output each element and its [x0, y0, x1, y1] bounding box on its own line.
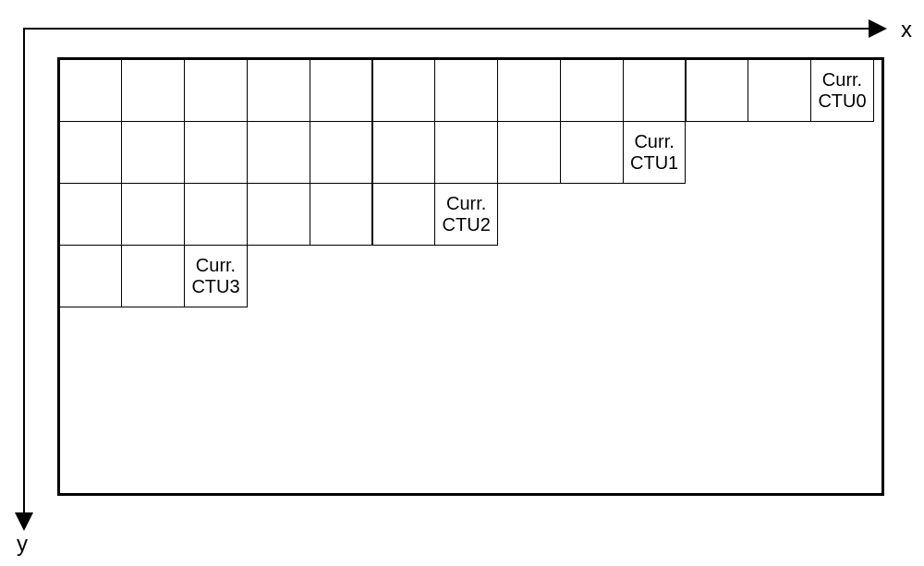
ctu-cell	[434, 121, 498, 184]
ctu-cell	[372, 121, 436, 184]
ctu-label-text: Curr.	[196, 255, 236, 276]
x-axis-label: x	[901, 17, 912, 42]
ctu-cell	[310, 183, 373, 246]
y-axis-line	[23, 28, 25, 517]
ctu-cell	[310, 59, 373, 122]
ctu-label-text: Curr.	[822, 69, 862, 90]
ctu-cell	[59, 59, 123, 122]
y-axis-arrowhead	[15, 512, 33, 531]
ctu-cell	[497, 121, 561, 184]
ctu-cell	[121, 245, 185, 307]
ctu-cell	[121, 121, 185, 184]
ctu-cell	[560, 59, 624, 122]
x-axis-arrowhead	[869, 19, 887, 38]
x-axis-line	[23, 28, 873, 30]
ctu-cell	[247, 121, 310, 184]
ctu-label-text: CTU3	[191, 276, 239, 297]
ctu-cell	[247, 183, 310, 246]
ctu-cell	[310, 121, 373, 184]
ctu-cell	[59, 121, 123, 184]
ctu-cell	[184, 183, 248, 246]
ctu-cell	[623, 59, 687, 122]
ctu-cell	[184, 121, 248, 184]
ctu-cell	[560, 121, 624, 184]
ctu-label-text: CTU2	[443, 214, 491, 235]
ctu-grid: Curr.CTU0Curr.CTU1Curr.CTU2Curr.CTU3	[60, 60, 881, 493]
ctu-cell	[748, 59, 811, 122]
current-ctu-cell: Curr.CTU2	[434, 183, 498, 246]
ctu-cell	[184, 59, 248, 122]
ctu-cell	[121, 183, 185, 246]
ctu-cell	[247, 59, 310, 122]
ctu-cell	[434, 59, 498, 122]
ctu-cell	[59, 183, 123, 246]
current-ctu-cell: Curr.CTU0	[810, 59, 874, 122]
ctu-cell	[372, 183, 436, 246]
current-ctu-cell: Curr.CTU3	[184, 245, 248, 307]
ctu-label-text: Curr.	[446, 193, 486, 214]
ctu-label-text: CTU0	[818, 90, 866, 112]
grid-container: Curr.CTU0Curr.CTU1Curr.CTU2Curr.CTU3	[57, 57, 884, 496]
y-axis-label: y	[17, 531, 28, 557]
ctu-cell	[686, 59, 749, 122]
ctu-label-text: CTU1	[630, 152, 678, 174]
ctu-label-text: Curr.	[634, 131, 674, 152]
ctu-cell	[372, 59, 436, 122]
ctu-cell	[121, 59, 185, 122]
ctu-cell	[59, 245, 123, 307]
ctu-cell	[497, 59, 561, 122]
current-ctu-cell: Curr.CTU1	[623, 121, 687, 184]
